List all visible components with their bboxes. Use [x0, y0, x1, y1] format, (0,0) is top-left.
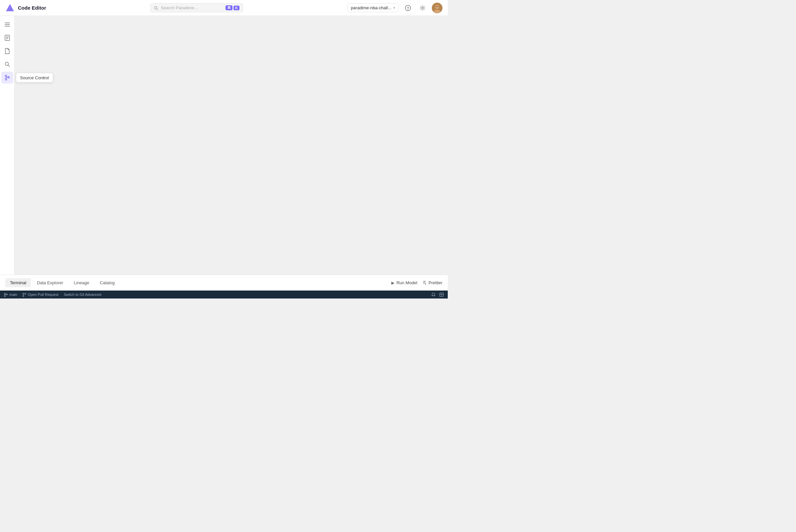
- svg-line-2: [156, 9, 158, 10]
- main-body: Source Control: [0, 16, 448, 274]
- svg-point-31: [23, 293, 24, 294]
- svg-point-20: [5, 75, 7, 77]
- help-button[interactable]: ?: [403, 3, 413, 13]
- tab-lineage[interactable]: Lineage: [69, 278, 94, 287]
- svg-marker-0: [6, 4, 14, 11]
- branch-icon: [4, 292, 7, 297]
- status-bar: main Open Pull Request Switch to Git Adv…: [0, 290, 448, 299]
- svg-point-26: [4, 293, 6, 294]
- branch-status[interactable]: main: [4, 292, 17, 297]
- settings-button[interactable]: [417, 3, 428, 13]
- prettier-button[interactable]: Prettier: [422, 280, 442, 285]
- search-bar[interactable]: Search Paradime... ⌘ K: [150, 3, 243, 12]
- sidebar-icon-hamburger[interactable]: [1, 19, 13, 31]
- bottom-tabs: Terminal Data Explorer Lineage Catalog: [5, 278, 391, 287]
- svg-point-27: [4, 295, 6, 297]
- notification-icon[interactable]: [431, 292, 435, 297]
- app-logo[interactable]: [5, 3, 15, 13]
- tab-catalog[interactable]: Catalog: [95, 278, 119, 287]
- search-icon: [154, 5, 158, 10]
- avatar-image: [432, 3, 442, 13]
- bottom-actions: ▶ Run Model Prettier: [391, 280, 442, 285]
- header-left: Code Editor: [5, 3, 46, 13]
- chevron-down-icon: ▾: [393, 6, 395, 10]
- search-placeholder-text: Search Paradime...: [161, 5, 223, 10]
- svg-point-21: [5, 79, 7, 80]
- svg-point-30: [25, 293, 26, 294]
- svg-point-9: [436, 6, 436, 7]
- prettier-icon: [422, 280, 427, 285]
- shortcut-key2: K: [233, 6, 240, 10]
- svg-point-5: [422, 7, 423, 8]
- workspace-name: paradime-nba-chall...: [351, 5, 391, 10]
- sidebar-icon-source-control[interactable]: Source Control: [1, 72, 13, 83]
- run-model-label: Run Model: [396, 280, 417, 285]
- app-title: Code Editor: [18, 5, 46, 11]
- branch-name: main: [9, 292, 17, 297]
- avatar[interactable]: [432, 3, 442, 13]
- header-center: Search Paradime... ⌘ K: [46, 3, 347, 12]
- header-right: paradime-nba-chall... ▾ ?: [347, 3, 442, 13]
- git-advanced-label: Switch to Git Advanced: [64, 292, 101, 297]
- bottom-panel: Terminal Data Explorer Lineage Catalog ▶…: [0, 274, 448, 290]
- workspace-selector[interactable]: paradime-nba-chall... ▾: [347, 3, 399, 12]
- run-model-button[interactable]: ▶ Run Model: [391, 280, 417, 285]
- git-advanced-button[interactable]: Switch to Git Advanced: [64, 292, 101, 297]
- svg-text:?: ?: [407, 6, 409, 10]
- svg-line-19: [8, 65, 10, 66]
- svg-point-29: [23, 295, 24, 297]
- header: Code Editor Search Paradime... ⌘ K parad…: [0, 0, 448, 16]
- open-pull-request-button[interactable]: Open Pull Request: [22, 292, 58, 297]
- sidebar-icon-files[interactable]: [1, 45, 13, 57]
- svg-point-10: [437, 6, 438, 7]
- tab-data-explorer[interactable]: Data Explorer: [32, 278, 68, 287]
- sidebar: Source Control: [0, 16, 15, 274]
- tab-terminal[interactable]: Terminal: [5, 278, 31, 287]
- pull-request-label: Open Pull Request: [28, 292, 58, 297]
- svg-point-7: [435, 5, 439, 9]
- pull-request-icon: [22, 292, 26, 297]
- sidebar-icon-search[interactable]: [1, 58, 13, 70]
- prettier-label: Prettier: [429, 280, 442, 285]
- shortcut-key1: ⌘: [226, 5, 232, 10]
- status-bar-right: [431, 292, 444, 297]
- sidebar-icon-book[interactable]: [1, 32, 13, 44]
- search-shortcut: ⌘ K: [226, 5, 240, 10]
- content-area: [15, 16, 448, 274]
- layout-icon[interactable]: [439, 292, 444, 297]
- run-model-icon: ▶: [391, 281, 394, 285]
